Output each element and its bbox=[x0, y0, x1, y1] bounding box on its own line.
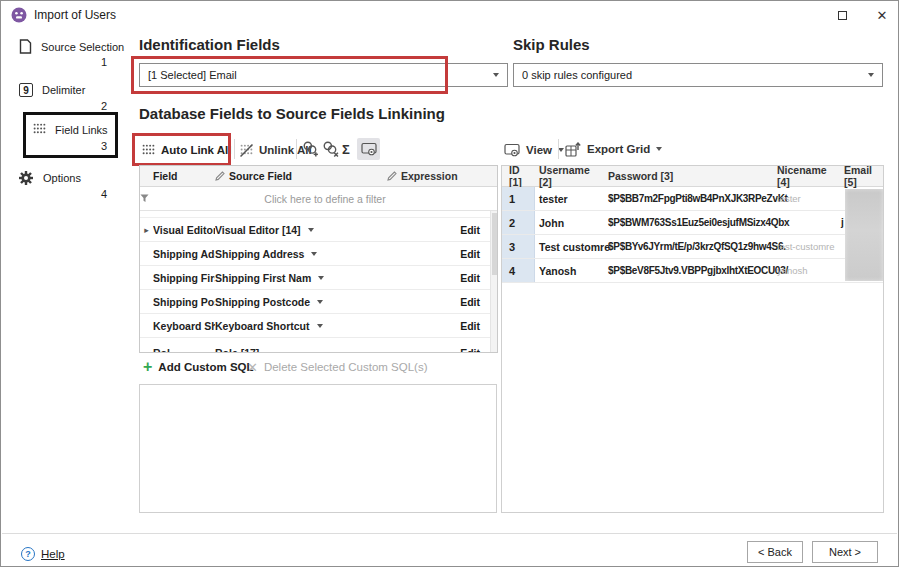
cross-icon: ✕ bbox=[247, 360, 258, 375]
redacted-email-blur bbox=[845, 189, 883, 281]
chevron-down-icon[interactable] bbox=[311, 252, 317, 256]
chevron-down-icon[interactable] bbox=[317, 300, 323, 304]
delete-custom-sql-label: Delete Selected Custom SQL(s) bbox=[264, 361, 428, 373]
grid-spacer bbox=[140, 211, 490, 218]
plus-icon: + bbox=[143, 361, 152, 373]
help-label: Help bbox=[41, 548, 65, 560]
column-header-nicename[interactable]: Nicename [4] bbox=[774, 165, 839, 188]
preview-toggle-button[interactable] bbox=[357, 138, 380, 160]
preview-row[interactable]: 3 Test customre $P$BYv6JYrm/tE/p/3krzQfS… bbox=[502, 235, 883, 259]
skip-rules-dropdown[interactable]: 0 skip rules configured bbox=[513, 63, 883, 87]
step-number: 4 bbox=[89, 188, 107, 200]
column-header-expression[interactable]: Expression bbox=[401, 170, 458, 182]
column-header-id[interactable]: ID [1] bbox=[502, 165, 535, 188]
preview-row[interactable]: 2 John $P$BWM763Ss1Euz5ei0esjufMSizx4Qbx… bbox=[502, 211, 883, 235]
chevron-down-icon[interactable] bbox=[318, 276, 324, 280]
sigma-icon: Σ bbox=[342, 142, 350, 157]
help-icon: ? bbox=[21, 547, 35, 561]
remove-link-button[interactable] bbox=[322, 140, 339, 157]
linking-heading: Database Fields to Source Fields Linkini… bbox=[139, 105, 445, 122]
field-link-row[interactable]: Shipping Firs Shipping First Nam Edit bbox=[140, 266, 490, 290]
sidebar-item-delimiter[interactable]: 9 Delimiter bbox=[19, 83, 85, 97]
sidebar-item-label: Delimiter bbox=[42, 84, 85, 96]
step-number: 2 bbox=[89, 100, 107, 112]
filter-placeholder: Click here to define a filter bbox=[153, 193, 497, 205]
unlink-all-button[interactable]: Unlink All bbox=[240, 141, 312, 159]
close-icon: ✕ bbox=[877, 8, 888, 23]
sidebar-item-source-selection[interactable]: Source Selection bbox=[19, 39, 124, 54]
edit-link[interactable]: Edit bbox=[442, 272, 490, 284]
column-header-username[interactable]: Username [2] bbox=[535, 165, 605, 188]
preview-row[interactable]: 1 tester $P$BB7m2FpgPti8wB4PnXJK3RPeZvKt… bbox=[502, 187, 883, 211]
grid-filter-row[interactable]: Click here to define a filter bbox=[140, 187, 497, 211]
dropdown-value: [1 Selected] Email bbox=[148, 69, 493, 81]
field-link-row[interactable]: Shipping Adc Shipping Address Edit bbox=[140, 242, 490, 266]
row-marker-icon: ▸ bbox=[140, 225, 153, 235]
field-link-row[interactable]: Keyboard Shc Keyboard Shortcut Edit bbox=[140, 314, 490, 338]
step-number: 1 bbox=[89, 56, 107, 68]
unlink-icon bbox=[240, 144, 253, 157]
auto-link-all-button[interactable]: Auto Link All bbox=[142, 141, 231, 159]
custom-sql-list[interactable] bbox=[139, 384, 497, 513]
export-grid-icon bbox=[565, 142, 581, 157]
chevron-down-icon[interactable] bbox=[308, 228, 314, 232]
scrollbar-thumb[interactable] bbox=[492, 213, 497, 275]
sidebar-item-label: Source Selection bbox=[41, 41, 124, 53]
dropdown-value: 0 skip rules configured bbox=[522, 69, 868, 81]
edit-link[interactable]: Edit bbox=[442, 248, 490, 260]
edit-link[interactable]: Edit bbox=[442, 224, 490, 236]
identification-fields-dropdown[interactable]: [1 Selected] Email bbox=[139, 63, 508, 87]
field-link-row[interactable]: Shipping Pos Shipping Postcode Edit bbox=[140, 290, 490, 314]
pencil-icon bbox=[215, 171, 225, 181]
pencil-icon bbox=[387, 171, 397, 181]
field-link-row[interactable]: ▸ Visual Editor Visual Editor [14] Edit bbox=[140, 218, 490, 242]
grid-header-row: Field Source Field Expression bbox=[140, 166, 497, 187]
add-custom-sql-label: Add Custom SQL bbox=[158, 361, 253, 373]
sidebar-item-label: Options bbox=[43, 172, 81, 184]
dotted-grid-icon bbox=[33, 123, 46, 136]
maximize-button[interactable] bbox=[827, 3, 857, 27]
quote-icon: 9 bbox=[19, 83, 33, 97]
add-link-button[interactable] bbox=[302, 140, 319, 157]
source-preview-grid: ID [1] Username [2] Password [3] Nicenam… bbox=[501, 165, 884, 513]
column-header-field[interactable]: Field bbox=[153, 170, 215, 182]
sidebar-item-label: Field Links bbox=[55, 124, 108, 136]
maximize-icon bbox=[838, 11, 847, 20]
column-header-source-field[interactable]: Source Field bbox=[229, 170, 292, 182]
next-button[interactable]: Next > bbox=[812, 541, 878, 563]
grid-header-row: ID [1] Username [2] Password [3] Nicenam… bbox=[502, 166, 883, 187]
document-icon bbox=[19, 39, 32, 54]
vertical-scrollbar[interactable] bbox=[490, 211, 497, 352]
view-menu-button[interactable]: View bbox=[504, 141, 564, 159]
delete-custom-sql-button[interactable]: ✕ Delete Selected Custom SQL(s) bbox=[247, 359, 428, 375]
sidebar-item-field-links[interactable]: Field Links bbox=[33, 123, 108, 136]
edit-link[interactable]: Edit bbox=[442, 320, 490, 332]
toolbar-divider bbox=[234, 139, 235, 159]
sum-button[interactable]: Σ bbox=[342, 142, 350, 157]
sidebar-item-options[interactable]: Options bbox=[18, 170, 81, 186]
identification-fields-heading: Identification Fields bbox=[139, 36, 280, 53]
field-link-row-clipped[interactable]: Rol Role [17] Edit bbox=[140, 338, 490, 353]
chevron-down-icon bbox=[656, 147, 662, 151]
skip-rules-heading: Skip Rules bbox=[513, 36, 590, 53]
export-grid-button[interactable]: Export Grid bbox=[565, 140, 662, 158]
chevron-down-icon[interactable] bbox=[317, 324, 323, 328]
add-custom-sql-button[interactable]: + Add Custom SQL bbox=[143, 359, 254, 375]
eye-preview-icon bbox=[361, 142, 377, 156]
edit-link[interactable]: Edit bbox=[442, 296, 490, 308]
column-header-password[interactable]: Password [3] bbox=[605, 170, 774, 182]
field-links-grid: Field Source Field Expression Click here… bbox=[139, 165, 498, 353]
window-title: Import of Users bbox=[34, 8, 116, 22]
export-grid-label: Export Grid bbox=[587, 143, 650, 155]
close-button[interactable]: ✕ bbox=[867, 3, 897, 27]
edit-link[interactable]: Edit bbox=[442, 338, 490, 353]
help-link[interactable]: ? Help bbox=[21, 546, 65, 561]
back-button[interactable]: < Back bbox=[747, 541, 803, 563]
column-header-email[interactable]: Email [5] bbox=[839, 165, 883, 188]
gear-icon bbox=[18, 170, 34, 186]
toolbar-divider bbox=[296, 139, 297, 159]
preview-row[interactable]: 4 Yanosh $P$BeV8F5Jtv9.VBPPgjbxlhtXtEOCU… bbox=[502, 259, 883, 283]
toolbar-divider bbox=[558, 139, 559, 159]
auto-link-all-label: Auto Link All bbox=[161, 144, 231, 156]
app-logo-icon bbox=[11, 7, 27, 23]
